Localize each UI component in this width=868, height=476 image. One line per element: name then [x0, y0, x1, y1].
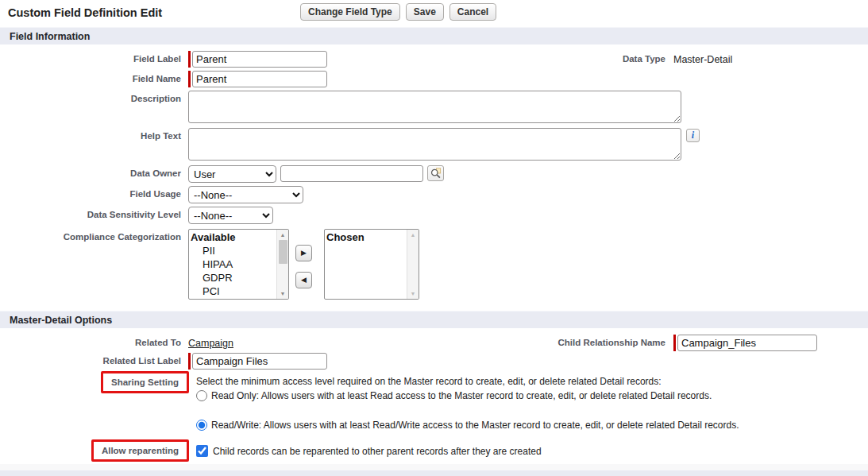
chosen-group-label: Chosen: [326, 230, 407, 244]
read-write-option-text: Read/Write: Allows users with at least R…: [211, 420, 739, 431]
compliance-categorization-label: Compliance Categorization: [0, 229, 188, 242]
available-list-item[interactable]: PCI: [191, 284, 276, 298]
field-information-section-header: Field Information: [0, 27, 868, 45]
cancel-button[interactable]: Cancel: [449, 3, 496, 21]
read-only-option[interactable]: Read Only: Allows users with at least Re…: [196, 390, 824, 402]
related-list-label-input[interactable]: [192, 353, 327, 370]
available-list-item[interactable]: PII: [191, 244, 276, 257]
chosen-listbox[interactable]: Chosen ▲ ▼: [324, 229, 419, 300]
scroll-down-icon[interactable]: ▼: [280, 288, 286, 299]
data-type-label: Data Type: [485, 51, 673, 65]
lookup-magnifier-icon[interactable]: [427, 165, 444, 181]
allow-reparenting-highlight-box: Allow reparenting: [91, 439, 189, 462]
dual-list-arrows: ▶ ◀: [295, 245, 312, 288]
available-listbox[interactable]: Available PIIHIPAAGDPRPCI ▲ ▼: [188, 229, 289, 300]
allow-reparenting-text: Child records can be reparented to other…: [213, 446, 542, 457]
change-field-type-button[interactable]: Change Field Type: [300, 3, 400, 21]
field-name-label: Field Name: [0, 71, 188, 83]
required-indicator: [188, 71, 191, 87]
chosen-scrollbar[interactable]: ▲ ▼: [407, 230, 419, 299]
scroll-up-icon[interactable]: ▲: [280, 230, 286, 240]
read-only-radio[interactable]: [196, 390, 207, 401]
field-name-required-wrap: [188, 71, 327, 87]
master-detail-options-section: Related To Campaign Child Relationship N…: [0, 328, 868, 462]
required-indicator: [188, 51, 191, 68]
move-to-chosen-button[interactable]: ▶: [295, 245, 312, 261]
field-usage-label: Field Usage: [0, 186, 188, 199]
field-name-input[interactable]: [192, 71, 327, 87]
related-list-label-required-wrap: [188, 353, 327, 370]
data-sensitivity-level-select[interactable]: --None--: [188, 207, 273, 224]
child-relationship-name-input[interactable]: [677, 335, 817, 351]
content-bottom-gap: [0, 464, 868, 470]
magnifier-glyph: [430, 168, 442, 179]
available-list-item[interactable]: GDPR: [191, 271, 276, 284]
related-to-label: Related To: [0, 335, 188, 349]
scroll-up-icon[interactable]: ▲: [411, 230, 416, 240]
move-to-available-button[interactable]: ◀: [295, 272, 312, 288]
required-indicator: [673, 335, 676, 351]
save-button[interactable]: Save: [406, 3, 444, 21]
header-buttons: Change Field Type Save Cancel: [300, 3, 496, 21]
required-indicator: [188, 353, 191, 370]
read-only-option-text: Read Only: Allows users with at least Re…: [211, 390, 712, 402]
page-header: Custom Field Definition Edit Change Fiel…: [0, 0, 868, 25]
field-usage-select[interactable]: --None--: [188, 186, 303, 203]
scrollbar-thumb[interactable]: [279, 240, 287, 264]
info-icon[interactable]: i: [686, 129, 700, 142]
related-list-label-label: Related List Label: [0, 353, 188, 366]
description-label: Description: [0, 91, 188, 103]
help-text-textarea[interactable]: [188, 128, 681, 161]
allow-reparenting-label: Allow reparenting: [102, 446, 179, 455]
read-write-option[interactable]: Read/Write: Allows users with at least R…: [196, 420, 824, 431]
sharing-setting-intro: Select the minimum access level required…: [196, 376, 824, 388]
available-items: PIIHIPAAGDPRPCI: [191, 244, 276, 298]
data-type-value: Master-Detail: [673, 51, 868, 65]
next-section-bar: [0, 470, 868, 476]
child-relationship-name-label: Child Relationship Name: [485, 335, 673, 351]
read-write-radio[interactable]: [196, 420, 207, 431]
related-to-link[interactable]: Campaign: [188, 335, 233, 349]
help-text-label: Help Text: [0, 128, 188, 141]
field-label-label: Field Label: [0, 51, 188, 68]
child-relationship-required-wrap: [673, 335, 868, 351]
sharing-setting-highlight-box: Sharing Setting: [101, 371, 189, 393]
master-detail-options-section-header: Master-Detail Options: [0, 311, 868, 328]
compliance-dual-listbox: Available PIIHIPAAGDPRPCI ▲ ▼ ▶ ◀: [188, 229, 419, 300]
available-scrollbar[interactable]: ▲ ▼: [276, 230, 288, 299]
allow-reparenting-option[interactable]: Child records can be reparented to other…: [196, 445, 542, 457]
available-group-label: Available: [191, 230, 276, 244]
sharing-setting-label: Sharing Setting: [111, 377, 179, 387]
custom-field-definition-edit-page: Custom Field Definition Edit Change Fiel…: [0, 0, 868, 476]
description-textarea[interactable]: [188, 91, 681, 123]
field-label-input[interactable]: [192, 51, 327, 68]
data-owner-search-input[interactable]: [280, 165, 423, 182]
field-label-required-wrap: [188, 51, 327, 68]
data-sensitivity-level-label: Data Sensitivity Level: [0, 207, 188, 219]
allow-reparenting-checkbox[interactable]: [196, 445, 208, 457]
field-information-section: Field Label Data Type Master-Detail Fiel…: [0, 45, 868, 300]
data-owner-select[interactable]: User: [188, 165, 276, 183]
available-list-item[interactable]: HIPAA: [191, 257, 276, 271]
data-owner-label: Data Owner: [0, 165, 188, 178]
scroll-down-icon[interactable]: ▼: [411, 288, 416, 299]
